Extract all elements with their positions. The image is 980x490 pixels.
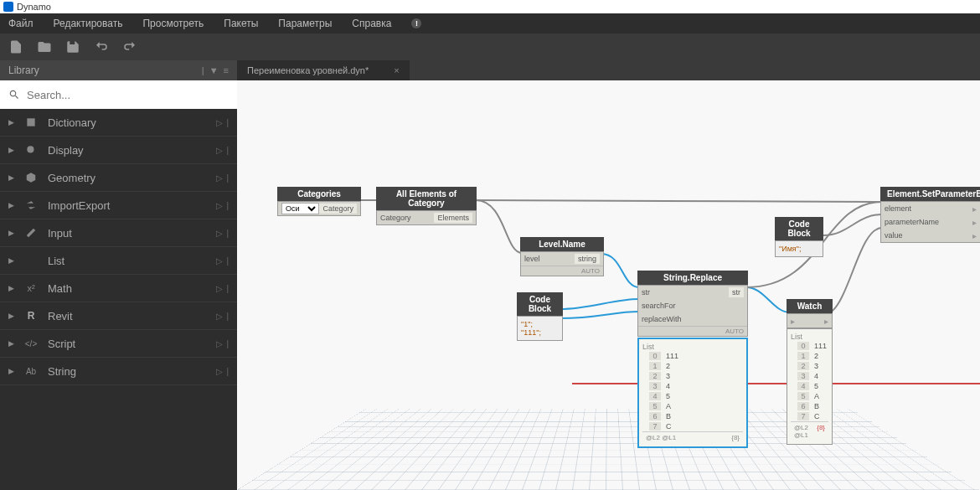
dictionary-icon bbox=[25, 116, 37, 128]
menu-help[interactable]: Справка bbox=[352, 18, 391, 29]
output-footer-right: {8} bbox=[731, 434, 740, 441]
node-title: Element.SetParameterB bbox=[880, 187, 980, 201]
categories-select[interactable]: Оси bbox=[281, 203, 319, 214]
sidebar-item-revit[interactable]: ▶ R Revit ▷| bbox=[0, 302, 237, 330]
grid-floor bbox=[237, 409, 980, 490]
node-title: All Elements of Category bbox=[376, 187, 477, 210]
search-icon bbox=[8, 89, 20, 101]
output-footer-left: @L2 @L1 bbox=[646, 434, 676, 441]
output-port[interactable]: str bbox=[729, 287, 744, 297]
input-port[interactable]: Category bbox=[380, 214, 411, 222]
sidebar-item-label: Script bbox=[48, 338, 75, 350]
node-set-parameter[interactable]: Element.SetParameterB element▸ parameter… bbox=[880, 187, 980, 243]
sidebar-item-label: Geometry bbox=[48, 172, 95, 184]
input-port[interactable]: ▸ bbox=[791, 317, 795, 326]
sidebar-item-label: String bbox=[48, 365, 76, 378]
code-line: "1"; bbox=[521, 320, 559, 328]
sidebar-item-input[interactable]: ▶ Input ▷| bbox=[0, 219, 237, 247]
chevron-right-icon: ▶ bbox=[8, 173, 14, 182]
input-port-element[interactable]: element bbox=[885, 204, 911, 213]
sidebar-item-display[interactable]: ▶ Display ▷| bbox=[0, 137, 237, 164]
node-level-name[interactable]: Level.Name level string AUTO bbox=[520, 237, 604, 276]
output-port[interactable]: Category bbox=[319, 204, 357, 214]
sidebar-item-string[interactable]: ▶ Ab String ▷| bbox=[0, 358, 237, 385]
search-input[interactable] bbox=[27, 89, 229, 101]
undo-icon[interactable] bbox=[94, 39, 109, 54]
list-item: 34 bbox=[642, 381, 743, 391]
node-categories[interactable]: Categories Оси Category bbox=[277, 187, 361, 216]
node-title: Categories bbox=[277, 187, 361, 201]
menu-edit[interactable]: Редактировать bbox=[54, 18, 123, 29]
list-icon bbox=[25, 255, 37, 266]
input-port-replacewith[interactable]: replaceWith bbox=[642, 315, 682, 323]
list-item: 34 bbox=[791, 371, 828, 381]
chevron-right-icon: ▶ bbox=[8, 118, 14, 126]
node-string-replace[interactable]: String.Replace str str searchFor replace… bbox=[637, 271, 748, 337]
menu-view[interactable]: Просмотреть bbox=[142, 18, 204, 29]
list-item: 12 bbox=[642, 361, 743, 371]
input-port-paramname[interactable]: parameterName bbox=[885, 218, 939, 226]
node-watch[interactable]: Watch ▸ ▸ List 0111122334455A6B7C @L2 @L… bbox=[787, 299, 833, 445]
redo-icon[interactable] bbox=[122, 39, 137, 54]
output-port[interactable]: string bbox=[575, 254, 600, 264]
list-item: 12 bbox=[791, 351, 828, 361]
toolbar bbox=[0, 34, 980, 60]
lib-filter-icon[interactable]: ▼ bbox=[209, 65, 219, 75]
node-footer: AUTO bbox=[638, 326, 747, 336]
input-port-value[interactable]: value bbox=[885, 231, 903, 240]
chevron-right-icon: ▶ bbox=[8, 339, 14, 348]
sidebar-item-label: Input bbox=[48, 227, 72, 240]
sidebar-item-importexport[interactable]: ▶ ImportExport ▷| bbox=[0, 192, 237, 219]
input-port-searchfor[interactable]: searchFor bbox=[642, 302, 676, 310]
list-item: 7C bbox=[642, 421, 743, 431]
list-item: 6B bbox=[791, 401, 828, 411]
menu-bar: Файл Редактировать Просмотреть Пакеты Па… bbox=[0, 13, 980, 34]
graph-canvas[interactable]: Categories Оси Category All Elements of … bbox=[237, 80, 980, 490]
sidebar-item-label: Math bbox=[48, 282, 72, 295]
node-title: Watch bbox=[787, 299, 833, 313]
save-icon[interactable] bbox=[65, 39, 80, 54]
node-all-elements[interactable]: All Elements of Category Category Elemen… bbox=[376, 187, 477, 225]
node-footer: AUTO bbox=[521, 266, 603, 276]
library-header: Library | ▼ ≡ bbox=[0, 60, 237, 80]
list-item: 23 bbox=[791, 361, 828, 371]
menu-file[interactable]: Файл bbox=[8, 18, 34, 29]
sidebar-item-label: Dictionary bbox=[48, 116, 96, 129]
list-label: List bbox=[791, 333, 828, 341]
menu-packages[interactable]: Пакеты bbox=[224, 18, 258, 29]
output-port[interactable]: ▸ bbox=[824, 317, 828, 326]
output-port[interactable]: Elements bbox=[434, 213, 472, 223]
node-title: String.Replace bbox=[637, 271, 748, 285]
sidebar-item-math[interactable]: ▶ x² Math ▷| bbox=[0, 275, 237, 302]
app-logo-icon bbox=[3, 2, 13, 12]
list-item: 7C bbox=[791, 411, 828, 421]
notification-icon[interactable]: ! bbox=[411, 18, 421, 28]
sidebar-item-list[interactable]: ▶ List ▷| bbox=[0, 247, 237, 275]
math-icon: x² bbox=[24, 283, 38, 293]
open-file-icon[interactable] bbox=[37, 39, 52, 54]
list-item: 45 bbox=[642, 391, 743, 401]
list-item: 23 bbox=[642, 371, 743, 381]
lib-list-icon[interactable]: ≡ bbox=[224, 65, 229, 75]
menu-parameters[interactable]: Параметры bbox=[278, 18, 332, 29]
document-tab[interactable]: Переименовка уровней.dyn* × bbox=[237, 60, 410, 80]
chevron-right-icon: ▶ bbox=[8, 312, 14, 320]
list-item: 5A bbox=[791, 391, 828, 401]
sidebar-item-geometry[interactable]: ▶ Geometry ▷| bbox=[0, 164, 237, 192]
chevron-right-icon: ▶ bbox=[8, 284, 14, 292]
new-file-icon[interactable] bbox=[8, 39, 23, 54]
tab-close-icon[interactable]: × bbox=[394, 65, 399, 75]
node-code-block-1[interactable]: Code Block "1"; "111"; bbox=[517, 292, 563, 341]
code-line: "111"; bbox=[521, 328, 559, 337]
list-item: 6B bbox=[642, 411, 743, 421]
sidebar-item-dictionary[interactable]: ▶ Dictionary ▷| bbox=[0, 109, 237, 137]
node-output-panel[interactable]: List 0111122334455A6B7C @L2 @L1 {8} bbox=[637, 338, 748, 448]
sidebar-item-script[interactable]: ▶ </> Script ▷| bbox=[0, 330, 237, 358]
tab-name: Переименовка уровней.dyn* bbox=[247, 65, 369, 75]
lib-view-icon[interactable]: | bbox=[202, 65, 204, 75]
node-code-block-2[interactable]: Code Block "Имя"; bbox=[775, 217, 823, 257]
input-port[interactable]: level bbox=[524, 255, 540, 263]
chevron-right-icon: ▶ bbox=[8, 229, 14, 237]
input-port-str[interactable]: str bbox=[642, 288, 650, 297]
display-icon bbox=[25, 144, 37, 156]
